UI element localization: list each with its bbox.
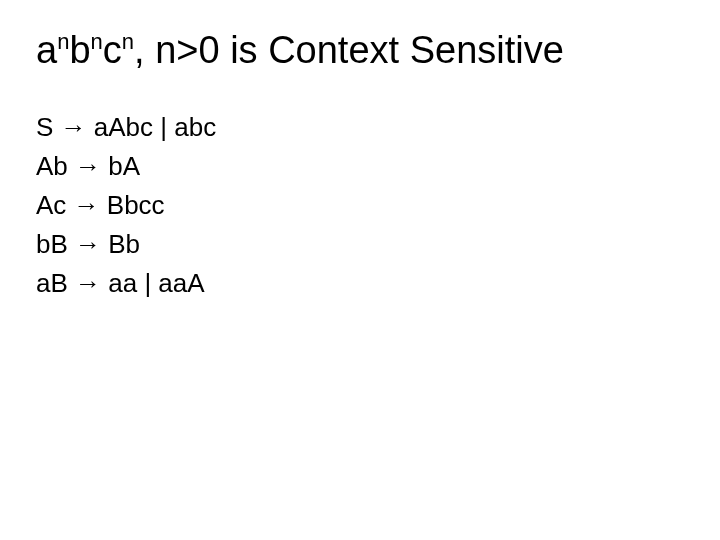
title-c-sup: n — [122, 29, 134, 54]
title-rest: , n>0 is Context Sensitive — [134, 29, 564, 71]
slide-title: anbncn, n>0 is Context Sensitive — [36, 28, 684, 74]
title-a: a — [36, 29, 57, 71]
rule-line: Ac → Bbcc — [36, 186, 684, 225]
rule-line: S → aAbc | abc — [36, 108, 684, 147]
title-b: b — [69, 29, 90, 71]
rule-line: aB → aa | aaA — [36, 264, 684, 303]
rule-line: bB → Bb — [36, 225, 684, 264]
grammar-rules: S → aAbc | abc Ab → bA Ac → Bbcc bB → Bb… — [36, 108, 684, 303]
title-a-sup: n — [57, 29, 69, 54]
slide: anbncn, n>0 is Context Sensitive S → aAb… — [0, 0, 720, 540]
title-c: c — [103, 29, 122, 71]
title-b-sup: n — [91, 29, 103, 54]
rule-line: Ab → bA — [36, 147, 684, 186]
